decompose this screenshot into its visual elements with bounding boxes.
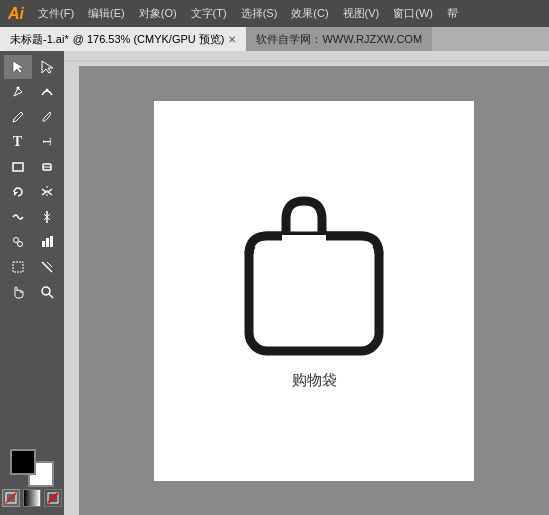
svg-point-2	[16, 87, 19, 90]
menu-effect[interactable]: 效果(C)	[285, 4, 334, 23]
svg-line-21	[6, 493, 16, 503]
tool-row-shape	[0, 155, 64, 179]
svg-marker-0	[13, 61, 24, 73]
anchor-tool[interactable]	[33, 80, 61, 104]
ruler-vertical	[64, 66, 79, 515]
svg-rect-4	[13, 163, 23, 171]
tab-document[interactable]: 未标题-1.ai* @ 176.53% (CMYK/GPU 预览) ✕	[0, 27, 246, 51]
type-tool[interactable]: T	[4, 130, 32, 154]
foreground-color-swatch[interactable]	[10, 449, 36, 475]
svg-line-17	[47, 262, 52, 267]
svg-rect-15	[13, 262, 23, 272]
canvas-content: 购物袋	[79, 66, 549, 515]
canvas-area[interactable]: 购物袋	[64, 66, 549, 515]
menu-file[interactable]: 文件(F)	[32, 4, 80, 23]
artboard: 购物袋	[154, 101, 474, 481]
menu-help[interactable]: 帮	[441, 4, 464, 23]
graph-tool[interactable]	[33, 230, 61, 254]
tab-bar: 未标题-1.ai* @ 176.53% (CMYK/GPU 预览) ✕ 软件自学…	[0, 27, 549, 51]
svg-line-16	[42, 262, 52, 272]
gradient-button[interactable]	[23, 489, 41, 507]
tool-row-warp	[0, 205, 64, 229]
hand-tool[interactable]	[4, 280, 32, 304]
svg-marker-1	[42, 61, 53, 73]
vertical-type-tool[interactable]: T	[33, 130, 61, 154]
artboard-tool[interactable]	[4, 255, 32, 279]
pencil-tool[interactable]	[4, 105, 32, 129]
toolbar: T T	[0, 51, 64, 515]
eraser-tool[interactable]	[33, 155, 61, 179]
direct-select-tool[interactable]	[33, 55, 61, 79]
tab-document-detail: @ 176.53% (CMYK/GPU 预览)	[73, 32, 225, 47]
slice-tool[interactable]	[33, 255, 61, 279]
vtype-icon: T	[39, 138, 54, 145]
width-tool[interactable]	[33, 205, 61, 229]
tool-row-sym	[0, 230, 64, 254]
menu-text[interactable]: 文字(T)	[185, 4, 233, 23]
svg-rect-26	[64, 66, 79, 515]
svg-rect-13	[46, 238, 49, 247]
tool-row-rotate	[0, 180, 64, 204]
main-area: T T	[0, 51, 549, 515]
svg-point-18	[42, 287, 50, 295]
color-mode-icons	[2, 489, 62, 507]
svg-rect-24	[64, 51, 549, 66]
menu-edit[interactable]: 编辑(E)	[82, 4, 131, 23]
zoom-tool[interactable]	[33, 280, 61, 304]
color-mode-button[interactable]	[2, 489, 20, 507]
svg-rect-12	[42, 241, 45, 247]
menu-select[interactable]: 选择(S)	[235, 4, 284, 23]
tool-row-1	[0, 55, 64, 79]
rectangle-tool[interactable]	[4, 155, 32, 179]
color-area	[0, 445, 64, 511]
symbol-tool[interactable]	[4, 230, 32, 254]
menu-object[interactable]: 对象(O)	[133, 4, 183, 23]
svg-point-10	[13, 238, 18, 243]
tool-row-hand	[0, 280, 64, 304]
selection-tool[interactable]	[4, 55, 32, 79]
ruler-horizontal	[64, 51, 549, 66]
brush-tool[interactable]	[33, 105, 61, 129]
tool-row-3	[0, 105, 64, 129]
color-squares	[10, 449, 54, 487]
warp-tool[interactable]	[4, 205, 32, 229]
bag-label: 购物袋	[292, 371, 337, 390]
rotate-tool[interactable]	[4, 180, 32, 204]
ai-logo: Ai	[8, 5, 24, 23]
tab-document-close[interactable]: ✕	[228, 34, 236, 45]
canvas-wrapper: 购物袋	[64, 51, 549, 515]
svg-point-11	[17, 242, 22, 247]
tab-website-label: 软件自学网：WWW.RJZXW.COM	[256, 32, 422, 47]
tool-row-type: T T	[0, 130, 64, 154]
svg-rect-27	[249, 236, 379, 351]
svg-line-19	[49, 294, 53, 298]
tool-row-2	[0, 80, 64, 104]
pen-tool[interactable]	[4, 80, 32, 104]
title-bar: Ai 文件(F) 编辑(E) 对象(O) 文字(T) 选择(S) 效果(C) 视…	[0, 0, 549, 27]
menu-bar: 文件(F) 编辑(E) 对象(O) 文字(T) 选择(S) 效果(C) 视图(V…	[32, 4, 464, 23]
menu-window[interactable]: 窗口(W)	[387, 4, 439, 23]
none-button[interactable]	[44, 489, 62, 507]
svg-point-3	[45, 89, 48, 92]
svg-rect-14	[50, 236, 53, 247]
svg-marker-7	[14, 192, 18, 196]
tab-website[interactable]: 软件自学网：WWW.RJZXW.COM	[246, 27, 432, 51]
tab-document-label: 未标题-1.ai*	[10, 32, 69, 47]
reflect-tool[interactable]	[33, 180, 61, 204]
shopping-bag-icon	[234, 191, 394, 361]
type-icon: T	[13, 134, 22, 150]
menu-view[interactable]: 视图(V)	[337, 4, 386, 23]
tool-row-slice	[0, 255, 64, 279]
svg-line-23	[48, 493, 58, 503]
